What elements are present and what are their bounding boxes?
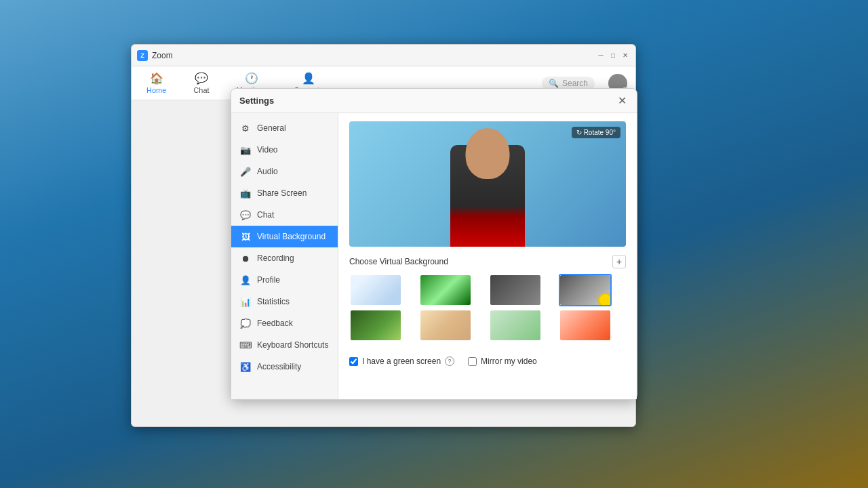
nav-chat-label: Chat [193,86,209,94]
checkbox-options: I have a green screen ? Mirror my video [349,351,626,375]
bg-thumb-1[interactable] [349,274,402,306]
accessibility-icon: ♿ [239,361,252,373]
sidebar-feedback-label: Feedback [257,319,293,328]
sidebar-item-accessibility[interactable]: ♿ Accessibility [231,356,338,378]
sidebar-item-feedback[interactable]: 💭 Feedback [231,312,338,334]
bg-thumb-inner-7 [490,310,540,340]
add-background-button[interactable]: + [612,255,626,268]
video-person [443,138,532,247]
bg-thumb-5[interactable] [349,309,402,342]
green-screen-checkbox[interactable] [349,357,358,366]
profile-icon: 👤 [239,274,252,286]
statistics-icon: 📊 [239,296,252,308]
settings-dialog-title: Settings [239,96,274,106]
bg-thumb-inner-8 [560,310,610,340]
bg-thumb-inner-5 [351,310,401,340]
sidebar-recording-label: Recording [257,253,294,263]
feedback-icon: 💭 [239,317,252,329]
sidebar-item-recording[interactable]: ⏺ Recording [231,247,338,269]
rotate-button[interactable]: ↻ Rotate 90° [572,127,620,138]
sidebar-vbg-label: Virtual Background [257,232,326,241]
bg-thumb-6[interactable] [419,309,472,342]
nav-chat[interactable]: 💬 Chat [186,69,216,97]
nav-home[interactable]: 🏠 Home [140,69,173,97]
zoom-window-controls: ─ □ ✕ [596,51,630,60]
zoom-titlebar: Z Zoom ─ □ ✕ [132,45,635,66]
zoom-title-area: Z Zoom [137,50,173,61]
general-icon: ⚙ [239,122,252,134]
zoom-logo: Z [137,50,148,61]
bg-thumb-8[interactable] [559,309,612,342]
zoom-window-title: Zoom [152,51,173,60]
home-icon: 🏠 [150,72,163,85]
bg-thumb-7[interactable] [489,309,542,342]
bg-thumb-inner-3 [490,275,540,305]
recording-icon: ⏺ [239,252,252,264]
background-thumbnails-grid [349,274,626,342]
vbg-section-title: Choose Virtual Background [349,257,448,266]
sidebar-accessibility-label: Accessibility [257,362,301,371]
settings-close-button[interactable]: ✕ [615,94,629,108]
minimize-button[interactable]: ─ [596,51,606,60]
settings-body: ⚙ General 📷 Video 🎤 Audio 📺 Share Screen… [231,113,637,399]
mirror-video-row: Mirror my video [468,357,537,366]
bg-thumb-2[interactable] [419,274,472,306]
sidebar-stats-label: Statistics [257,297,290,306]
settings-titlebar: Settings ✕ [231,89,637,113]
sidebar-item-virtual-background[interactable]: 🖼 Virtual Background [231,226,338,247]
sidebar-general-label: General [257,123,286,133]
settings-sidebar: ⚙ General 📷 Video 🎤 Audio 📺 Share Screen… [231,113,338,399]
selected-indicator [598,293,612,306]
video-icon: 📷 [239,144,252,156]
sidebar-item-audio[interactable]: 🎤 Audio [231,161,338,182]
meetings-icon: 🕐 [245,72,258,85]
green-screen-row: I have a green screen ? [349,357,454,366]
green-screen-label[interactable]: I have a green screen [362,357,441,366]
sidebar-item-chat[interactable]: 💬 Chat [231,204,338,226]
sidebar-share-label: Share Screen [257,188,307,198]
bg-thumb-4[interactable] [559,274,612,306]
settings-dialog: Settings ✕ ⚙ General 📷 Video 🎤 Audio 📺 S… [231,88,637,400]
settings-main-content: ↻ Rotate 90° Choose Virtual Background + [338,113,637,399]
virtual-bg-icon: 🖼 [239,230,252,243]
person-head [466,128,510,179]
search-icon: 🔍 [549,79,559,88]
sidebar-video-label: Video [257,145,277,155]
video-preview: ↻ Rotate 90° [349,121,626,247]
search-placeholder: Search [562,79,588,88]
bg-thumb-3[interactable] [489,274,542,306]
sidebar-item-share-screen[interactable]: 📺 Share Screen [231,182,338,204]
bg-thumb-inner-1 [351,275,401,305]
sidebar-keyboard-label: Keyboard Shortcuts [257,340,328,350]
nav-home-label: Home [146,86,166,94]
sidebar-chat-label: Chat [257,210,274,220]
bg-thumb-inner-6 [420,310,471,340]
close-button[interactable]: ✕ [620,51,630,60]
chat-icon: 💬 [195,72,208,85]
bg-thumb-inner-2 [420,275,471,305]
sidebar-audio-label: Audio [257,167,278,176]
mirror-video-label[interactable]: Mirror my video [481,357,537,366]
mirror-video-checkbox[interactable] [468,357,477,366]
rotate-label: Rotate 90° [584,129,616,136]
keyboard-icon: ⌨ [239,339,252,351]
audio-icon: 🎤 [239,165,252,178]
green-screen-help-icon[interactable]: ? [445,357,454,366]
sidebar-profile-label: Profile [257,275,280,285]
sidebar-item-statistics[interactable]: 📊 Statistics [231,291,338,312]
sidebar-item-keyboard-shortcuts[interactable]: ⌨ Keyboard Shortcuts [231,334,338,356]
contacts-icon: 👤 [302,72,315,85]
chat-nav-icon: 💬 [239,209,252,221]
sidebar-item-general[interactable]: ⚙ General [231,117,338,139]
sidebar-item-video[interactable]: 📷 Video [231,139,338,161]
maximize-button[interactable]: □ [608,51,618,60]
sidebar-item-profile[interactable]: 👤 Profile [231,269,338,291]
vbg-header: Choose Virtual Background + [349,255,626,268]
share-screen-icon: 📺 [239,187,252,199]
